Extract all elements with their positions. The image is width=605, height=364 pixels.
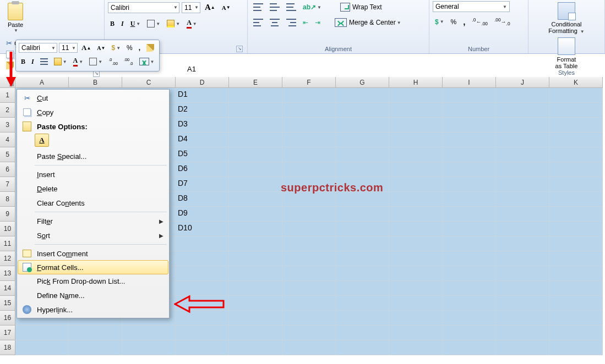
row-header[interactable]: 11 [0, 236, 15, 251]
cell[interactable] [336, 281, 389, 296]
row-header[interactable]: 13 [0, 266, 15, 281]
cell[interactable] [229, 192, 282, 207]
cell[interactable] [336, 222, 389, 236]
cell[interactable] [15, 326, 69, 340]
ctx-format-cells[interactable]: Format Cells... [18, 260, 168, 274]
align-middle-button[interactable] [268, 2, 282, 13]
cell[interactable] [389, 340, 443, 355]
cell[interactable] [229, 311, 282, 326]
cell[interactable] [336, 251, 389, 266]
formula-bar-content[interactable]: A1 [187, 65, 196, 73]
mini-italic[interactable]: I [29, 56, 36, 68]
align-bottom-button[interactable] [284, 2, 298, 13]
cell[interactable] [229, 236, 282, 251]
cell[interactable] [122, 326, 176, 340]
mini-inc-decimal[interactable]: .0.00 [106, 56, 120, 68]
cell[interactable] [336, 236, 389, 251]
mini-percent[interactable]: % [124, 42, 135, 53]
row-header[interactable]: 18 [0, 340, 15, 355]
cell[interactable]: D9 [176, 207, 229, 222]
ctx-hyperlink[interactable]: Hyperlink... [18, 302, 168, 317]
decrease-indent-button[interactable]: ⇤ [301, 17, 310, 28]
row-header[interactable]: 14 [0, 281, 15, 296]
borders-button[interactable]: ▼ [145, 18, 162, 29]
cell[interactable] [496, 192, 549, 207]
cell[interactable] [549, 207, 603, 222]
ctx-insert-comment[interactable]: Insert Comment [18, 246, 168, 261]
cell[interactable] [549, 281, 603, 296]
row-header[interactable]: 6 [0, 162, 15, 177]
column-header[interactable]: E [229, 77, 282, 88]
wrap-text-button[interactable]: Wrap Text [338, 1, 384, 13]
column-header[interactable]: I [443, 77, 496, 88]
cell[interactable] [389, 88, 443, 103]
cell[interactable] [443, 118, 496, 133]
row-header[interactable]: 7 [0, 177, 15, 192]
cell[interactable] [389, 311, 443, 326]
cell[interactable] [496, 162, 549, 177]
cell[interactable] [496, 222, 549, 236]
cell[interactable] [176, 251, 229, 266]
mini-align[interactable] [38, 57, 50, 67]
mini-comma[interactable]: , [137, 42, 143, 53]
column-header[interactable]: A [15, 77, 69, 88]
cell[interactable] [443, 222, 496, 236]
cell[interactable] [443, 251, 496, 266]
cell[interactable] [229, 222, 282, 236]
cell[interactable] [336, 326, 389, 340]
cell[interactable]: D4 [176, 133, 229, 147]
cell[interactable]: D10 [176, 222, 229, 236]
mini-currency[interactable]: $▼ [109, 42, 123, 53]
cell[interactable] [549, 118, 603, 133]
cell[interactable] [229, 281, 282, 296]
cell[interactable]: D8 [176, 192, 229, 207]
cell[interactable] [443, 281, 496, 296]
align-center-button[interactable] [268, 17, 282, 28]
cell[interactable] [389, 162, 443, 177]
cell[interactable] [496, 311, 549, 326]
italic-button[interactable]: I [119, 18, 126, 30]
mini-font-color[interactable]: A▼ [71, 55, 86, 68]
cell[interactable] [389, 133, 443, 147]
row-header[interactable]: 12 [0, 251, 15, 266]
cell[interactable] [549, 266, 603, 281]
ctx-define-name[interactable]: Define Name... [18, 288, 168, 302]
cell[interactable] [336, 192, 389, 207]
ctx-copy[interactable]: Copy [18, 105, 168, 119]
align-right-button[interactable] [284, 17, 298, 28]
cell[interactable] [496, 251, 549, 266]
cell[interactable] [282, 326, 336, 340]
cell[interactable] [336, 103, 389, 118]
number-format-combo[interactable]: General▼ [433, 1, 510, 12]
cell[interactable] [282, 251, 336, 266]
mini-bold[interactable]: B [19, 56, 28, 68]
cell[interactable] [282, 118, 336, 133]
cell[interactable] [69, 326, 122, 340]
cell[interactable] [443, 311, 496, 326]
cell[interactable] [282, 162, 336, 177]
cell[interactable] [389, 118, 443, 133]
cell[interactable] [336, 311, 389, 326]
cell[interactable] [389, 236, 443, 251]
ctx-sort[interactable]: Sort▶ [18, 228, 168, 242]
mini-grow-font[interactable]: A▲ [79, 42, 93, 54]
cell[interactable] [549, 340, 603, 355]
ctx-delete[interactable]: Delete [18, 181, 168, 196]
ctx-pick-from-list[interactable]: Pick From Drop-down List... [18, 274, 168, 288]
mini-merge[interactable]: ▼ [137, 56, 157, 67]
cell[interactable]: D2 [176, 103, 229, 118]
cell[interactable] [336, 296, 389, 311]
column-header[interactable]: B [69, 77, 122, 88]
row-header[interactable]: 10 [0, 222, 15, 236]
cell[interactable] [496, 207, 549, 222]
cell[interactable] [496, 147, 549, 162]
increase-indent-button[interactable]: ⇥ [313, 17, 323, 28]
cell[interactable] [496, 326, 549, 340]
font-name-combo[interactable]: Calibri▼ [108, 2, 179, 13]
cell[interactable] [389, 266, 443, 281]
cell[interactable] [389, 177, 443, 192]
cell[interactable] [176, 340, 229, 355]
row-header[interactable]: 1 [0, 88, 15, 103]
ctx-paste-special[interactable]: Paste Special... [18, 149, 168, 163]
cell[interactable] [336, 133, 389, 147]
